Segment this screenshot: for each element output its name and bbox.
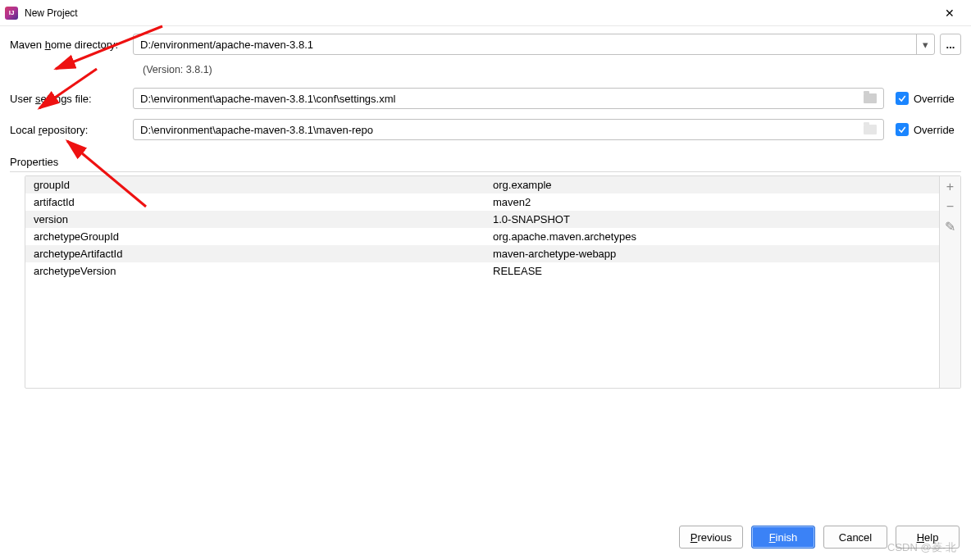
maven-home-row: Maven home directory: D:/environment/apa… [10,33,961,56]
table-row[interactable]: artifactId maven2 [25,193,939,211]
separator [10,171,961,172]
window-title: New Project [25,7,933,19]
local-repo-row: Local repository: D:\environment\apache-… [10,118,961,141]
intellij-icon [5,7,18,20]
user-settings-input[interactable]: D:\environment\apache-maven-3.8.1\conf\s… [133,88,884,109]
maven-version-note: (Version: 3.8.1) [133,59,961,87]
previous-button[interactable]: Previous [679,526,743,549]
dialog-content: Maven home directory: D:/environment/apa… [0,26,971,560]
title-bar: New Project ✕ [0,0,971,26]
remove-button[interactable]: − [941,198,960,216]
maven-home-value: D:/environment/apache-maven-3.8.1 [140,39,916,51]
table-row[interactable]: groupId org.example [25,176,939,193]
window-close-button[interactable]: ✕ [933,1,966,25]
edit-button[interactable]: ✎ [941,217,960,235]
local-repo-input[interactable]: D:\environment\apache-maven-3.8.1\maven-… [133,119,884,140]
table-row[interactable]: version 1.0-SNAPSHOT [25,211,939,228]
checkbox-checked-icon [896,92,909,105]
maven-home-label: Maven home directory: [10,39,133,51]
table-row[interactable]: archetypeGroupId org.apache.maven.archet… [25,228,939,245]
user-settings-label: User settings file: [10,93,133,105]
table-row[interactable]: archetypeVersion RELEASE [25,262,939,280]
table-row[interactable]: archetypeArtifactId maven-archetype-weba… [25,245,939,262]
maven-home-browse-button[interactable]: ... [940,34,961,55]
properties-table: groupId org.example artifactId maven2 ve… [25,175,961,389]
properties-label: Properties [10,156,961,168]
local-repo-label: Local repository: [10,124,133,136]
user-settings-override-checkbox[interactable]: Override [896,92,961,105]
finish-button[interactable]: Finish [751,526,815,549]
help-button[interactable]: Help [896,526,960,549]
chevron-down-icon: ▾ [916,34,934,54]
user-settings-row: User settings file: D:\environment\apach… [10,87,961,110]
maven-home-dropdown[interactable]: D:/environment/apache-maven-3.8.1 ▾ [133,34,935,55]
add-button[interactable]: + [941,178,960,196]
dialog-footer: Previous Finish Cancel Help [679,526,960,549]
local-repo-override-checkbox[interactable]: Override [896,123,961,136]
cancel-button[interactable]: Cancel [823,526,887,549]
folder-icon[interactable] [864,125,877,134]
properties-toolbar: + − ✎ [939,176,960,388]
checkbox-checked-icon [896,123,909,136]
folder-icon[interactable] [864,93,877,103]
properties-table-body[interactable]: groupId org.example artifactId maven2 ve… [25,176,939,388]
